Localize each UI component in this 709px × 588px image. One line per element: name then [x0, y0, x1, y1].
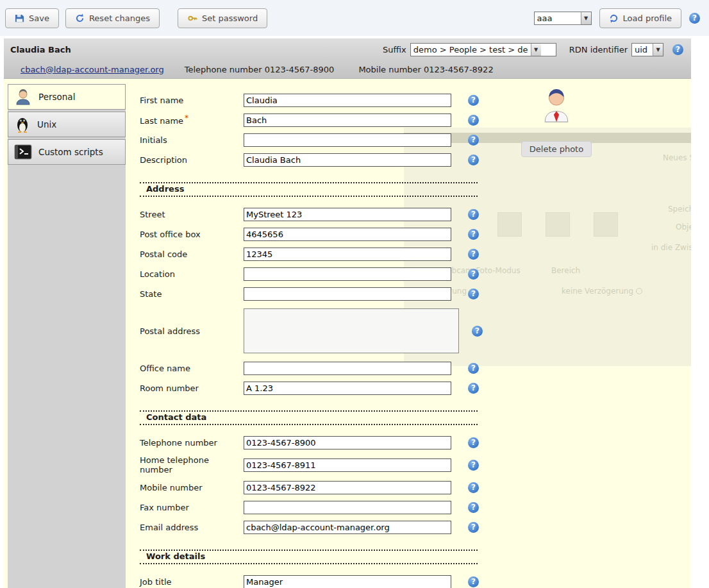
telephone-number-input[interactable] [244, 436, 451, 449]
mobile-number-label: Mobile number [140, 483, 244, 492]
telephone-number-label: Telephone number [140, 438, 244, 448]
section-header-work-details: Work details [140, 550, 478, 564]
tab-unix[interactable]: Unix [8, 112, 126, 137]
postal-address-label: Postal address [140, 326, 244, 336]
person-icon [14, 88, 32, 106]
initials-input[interactable] [244, 133, 451, 147]
photo-area: Delete photo [521, 87, 592, 157]
load-profile-button[interactable]: Load profile [599, 8, 681, 28]
rdn-identifier-select[interactable]: uid ▼ [631, 43, 663, 56]
form-row: Street ? [140, 207, 489, 221]
help-icon[interactable]: ? [468, 209, 479, 220]
tab-personal[interactable]: Personal [8, 84, 126, 110]
help-icon[interactable]: ? [468, 502, 479, 513]
email-address-label: Email address [140, 523, 244, 532]
first-name-input[interactable] [244, 94, 451, 107]
help-icon[interactable]: ? [468, 482, 479, 493]
form-row: Job title ? [140, 575, 489, 588]
last-name-label: Last name* [140, 113, 244, 126]
save-button[interactable]: Save [5, 8, 59, 28]
help-icon[interactable]: ? [468, 155, 479, 165]
email-address-input[interactable] [244, 521, 451, 534]
delete-photo-button[interactable]: Delete photo [521, 141, 592, 157]
set-password-label: Set password [202, 13, 258, 23]
rdn-identifier-label: RDN identifier [569, 45, 628, 55]
postal-code-input[interactable] [244, 248, 451, 261]
ghost-text: Obje [676, 223, 691, 231]
mobile-number-input[interactable] [244, 481, 451, 494]
street-label: Street [140, 210, 244, 219]
tab-personal-label: Personal [38, 92, 75, 102]
last-name-input[interactable] [244, 113, 451, 127]
undo-arrow-icon [75, 13, 85, 23]
mobile-summary: Mobile number 0123-4567-8922 [358, 65, 493, 74]
profile-select[interactable]: aaa ▼ [534, 12, 592, 25]
help-icon[interactable]: ? [468, 460, 479, 471]
toolbar: Save Reset changes Set password aaa ▼ Lo… [0, 0, 709, 36]
section-header-contact-data: Contact data [140, 410, 478, 425]
suffix-select[interactable]: demo > People > test > de ▼ [410, 43, 556, 56]
tab-custom-scripts-label: Custom scripts [38, 147, 103, 157]
fax-number-label: Fax number [140, 503, 244, 512]
office-name-label: Office name [140, 364, 244, 373]
help-icon[interactable]: ? [468, 95, 479, 106]
suffix-label: Suffix [383, 45, 406, 55]
chevron-down-icon: ▼ [653, 44, 663, 56]
help-icon[interactable]: ? [468, 437, 479, 448]
home-telephone-number-label: Home telephone number [140, 455, 244, 475]
telephone-summary: Telephone number 0123-4567-8900 [185, 65, 335, 74]
save-button-label: Save [29, 13, 49, 23]
office-name-input[interactable] [244, 362, 451, 375]
module-sidebar: Personal Unix [8, 84, 126, 588]
suffix-select-value: demo > People > test > de [411, 44, 531, 56]
help-icon[interactable]: ? [468, 249, 479, 260]
ghost-text: keine Verzögerung [562, 287, 633, 296]
reset-changes-label: Reset changes [89, 13, 150, 23]
ghost-text: Neues S [663, 153, 691, 162]
ghost-thumbnail [594, 212, 618, 237]
help-icon[interactable]: ? [468, 383, 479, 394]
form-row: Mobile number ? [140, 480, 489, 494]
description-input[interactable] [244, 153, 451, 167]
help-icon[interactable]: ? [468, 522, 479, 533]
form-row: Telephone number ? [140, 435, 489, 449]
set-password-button[interactable]: Set password [178, 8, 267, 28]
help-icon[interactable]: ? [468, 269, 479, 280]
location-input[interactable] [244, 267, 451, 281]
reset-changes-button[interactable]: Reset changes [65, 8, 160, 28]
help-icon[interactable]: ? [468, 115, 479, 126]
state-input[interactable] [244, 287, 451, 301]
fax-number-input[interactable] [244, 501, 451, 514]
tab-custom-scripts[interactable]: Custom scripts [8, 139, 126, 165]
job-title-input[interactable] [244, 575, 451, 588]
section-header-address: Address [140, 182, 478, 197]
load-profile-label: Load profile [623, 13, 672, 23]
terminal-icon [14, 144, 32, 160]
account-header: Claudia Bach Suffix demo > People > test… [4, 38, 691, 79]
help-icon[interactable]: ? [672, 44, 683, 55]
postal-address-textarea[interactable] [244, 308, 459, 353]
help-icon[interactable]: ? [468, 229, 479, 240]
form-row: Postal code ? [140, 247, 489, 261]
help-icon[interactable]: ? [468, 135, 479, 146]
ghost-radio [636, 288, 642, 294]
help-icon[interactable]: ? [468, 576, 479, 587]
help-icon[interactable]: ? [468, 289, 479, 299]
room-number-input[interactable] [244, 382, 451, 395]
required-marker: * [185, 113, 188, 122]
header-title-row: Claudia Bach Suffix demo > People > test… [4, 38, 691, 60]
home-telephone-number-input[interactable] [244, 458, 451, 472]
help-icon[interactable]: ? [689, 13, 700, 24]
form-row: Fax number ? [140, 500, 489, 514]
form-row: Location ? [140, 267, 489, 281]
post-office-box-input[interactable] [244, 228, 451, 241]
ghost-text: Speich [668, 205, 691, 214]
help-icon[interactable]: ? [472, 326, 483, 337]
email-link[interactable]: cbach@ldap-account-manager.org [21, 65, 164, 74]
help-icon[interactable]: ? [468, 363, 479, 374]
description-label: Description [140, 155, 244, 165]
chevron-down-icon: ▼ [581, 12, 591, 24]
form-row: Description ? [140, 153, 489, 167]
street-input[interactable] [244, 208, 451, 221]
postal-code-label: Postal code [140, 249, 244, 259]
